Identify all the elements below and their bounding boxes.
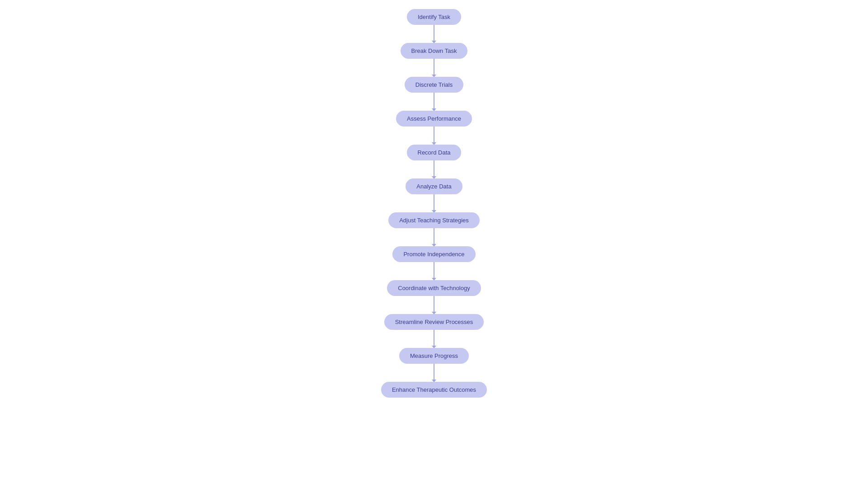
connector-discrete-trials [434,93,434,111]
flow-node-discrete-trials[interactable]: Discrete Trials [405,77,463,93]
connector-coordinate-with-technology [434,296,434,314]
flow-node-analyze-data[interactable]: Analyze Data [406,178,462,194]
flow-node-streamline-review-processes[interactable]: Streamline Review Processes [384,314,484,330]
connector-record-data [434,160,434,178]
connector-measure-progress [434,364,434,382]
connector-identify-task [434,25,434,43]
connector-adjust-teaching-strategies [434,228,434,246]
flow-node-identify-task[interactable]: Identify Task [407,9,461,25]
connector-assess-performance [434,127,434,145]
connector-break-down-task [434,59,434,77]
connector-streamline-review-processes [434,330,434,348]
connector-analyze-data [434,194,434,212]
connector-promote-independence [434,262,434,280]
flow-node-measure-progress[interactable]: Measure Progress [399,348,469,364]
flow-node-coordinate-with-technology[interactable]: Coordinate with Technology [387,280,481,296]
flow-node-adjust-teaching-strategies[interactable]: Adjust Teaching Strategies [388,212,480,228]
flow-node-record-data[interactable]: Record Data [407,145,462,160]
flow-node-assess-performance[interactable]: Assess Performance [396,111,472,127]
flowchart: Identify TaskBreak Down TaskDiscrete Tri… [0,0,868,416]
flow-node-promote-independence[interactable]: Promote Independence [392,246,475,262]
flow-node-break-down-task[interactable]: Break Down Task [401,43,468,59]
flow-node-enhance-therapeutic-outcomes[interactable]: Enhance Therapeutic Outcomes [381,382,487,398]
